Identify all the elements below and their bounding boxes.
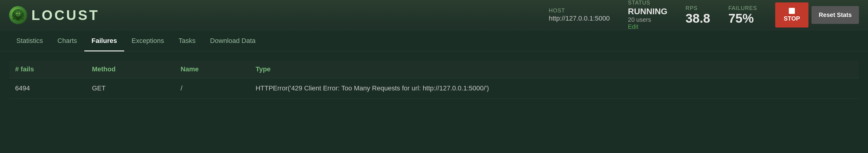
rps-value: 38.8	[685, 12, 710, 25]
nav-label-download-data: Download Data	[210, 37, 255, 44]
stop-icon	[789, 8, 795, 14]
table-row: 6494 GET / HTTPError('429 Client Error: …	[9, 78, 859, 98]
stop-button[interactable]: STOP	[775, 2, 808, 28]
failures-label: FAILURES	[728, 5, 757, 11]
table-area: # fails Method Name Type 6494 GET / HTTP…	[0, 52, 868, 108]
nav-item-failures[interactable]: Failures	[84, 30, 124, 52]
locust-logo-icon	[9, 6, 27, 24]
failures-value: 75%	[728, 12, 757, 25]
edit-link[interactable]: Edit	[628, 23, 668, 30]
status-label: STATUS	[628, 0, 668, 6]
col-header-type: Type	[250, 60, 859, 78]
nav-item-download-data[interactable]: Download Data	[203, 30, 262, 52]
logo-area: LOCUST	[9, 6, 99, 24]
header-buttons: STOP Reset Stats	[775, 2, 859, 28]
status-value: RUNNING	[628, 7, 668, 16]
cell-method: GET	[86, 78, 175, 98]
svg-point-9	[16, 13, 18, 14]
table-header-row: # fails Method Name Type	[9, 60, 859, 78]
logo-text: LOCUST	[31, 7, 99, 23]
status-block: STATUS RUNNING 20 users Edit	[628, 0, 668, 30]
nav-item-tasks[interactable]: Tasks	[172, 30, 203, 52]
host-value: http://127.0.0.1:5000	[549, 14, 610, 22]
col-header-method: Method	[86, 60, 175, 78]
host-block: HOST http://127.0.0.1:5000	[549, 7, 610, 22]
col-header-fails: # fails	[9, 60, 86, 78]
nav-label-charts: Charts	[57, 37, 77, 44]
svg-point-2	[16, 11, 21, 17]
users-value: 20 users	[628, 16, 668, 23]
svg-point-10	[19, 13, 20, 14]
nav-label-statistics: Statistics	[16, 37, 43, 44]
nav-label-exceptions: Exceptions	[131, 37, 164, 44]
rps-block: RPS 38.8	[685, 5, 710, 25]
nav-item-charts[interactable]: Charts	[50, 30, 84, 52]
navigation: Statistics Charts Failures Exceptions Ta…	[0, 30, 868, 52]
reset-stats-button[interactable]: Reset Stats	[811, 6, 859, 24]
header: LOCUST HOST http://127.0.0.1:5000 STATUS…	[0, 0, 868, 30]
nav-label-failures: Failures	[92, 37, 117, 44]
cell-type: HTTPError('429 Client Error: Too Many Re…	[250, 78, 859, 98]
host-label: HOST	[549, 7, 610, 14]
failures-block: FAILURES 75%	[728, 5, 757, 25]
failures-table: # fails Method Name Type 6494 GET / HTTP…	[9, 60, 859, 98]
rps-label: RPS	[685, 5, 710, 11]
header-info: HOST http://127.0.0.1:5000 STATUS RUNNIN…	[549, 0, 859, 30]
reset-label: Reset Stats	[819, 11, 852, 18]
nav-label-tasks: Tasks	[179, 37, 195, 44]
cell-name: /	[175, 78, 250, 98]
nav-item-statistics[interactable]: Statistics	[9, 30, 50, 52]
cell-fails: 6494	[9, 78, 86, 98]
stop-label: STOP	[784, 15, 800, 22]
nav-item-exceptions[interactable]: Exceptions	[124, 30, 172, 52]
col-header-name: Name	[175, 60, 250, 78]
